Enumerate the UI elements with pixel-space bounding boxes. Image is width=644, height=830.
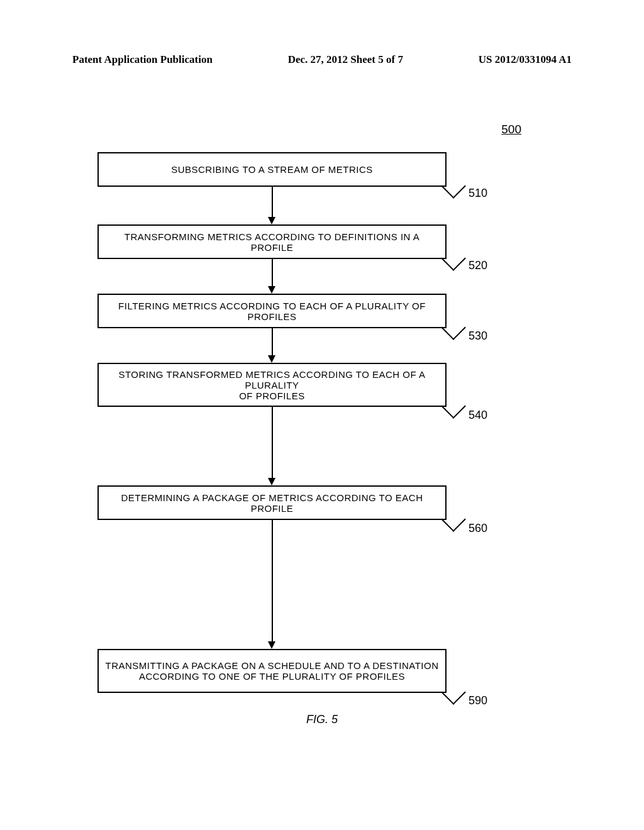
- flowchart-step-530: FILTERING METRICS ACCORDING TO EACH OF A…: [97, 294, 447, 328]
- flowchart-step-590: TRANSMITTING A PACKAGE ON A SCHEDULE AND…: [97, 649, 447, 693]
- figure-number: 500: [501, 123, 521, 136]
- reference-number: 560: [469, 522, 487, 535]
- step-text-line1: STORING TRANSFORMED METRICS ACCORDING TO…: [104, 369, 440, 390]
- step-text-line2: ACCORDING TO ONE OF THE PLURALITY OF PRO…: [139, 671, 405, 682]
- flowchart-step-560: DETERMINING A PACKAGE OF METRICS ACCORDI…: [97, 485, 447, 520]
- arrow-line: [272, 328, 273, 355]
- reference-number: 540: [469, 409, 487, 422]
- flowchart-step-510: SUBSCRIBING TO A STREAM OF METRICS: [97, 152, 447, 187]
- reference-number: 590: [469, 694, 487, 707]
- arrow-line: [272, 187, 273, 217]
- step-text-line2: OF PROFILES: [239, 390, 305, 401]
- step-text: TRANSFORMING METRICS ACCORDING TO DEFINI…: [104, 231, 440, 253]
- arrow-line: [272, 259, 273, 286]
- flowchart-step-520: TRANSFORMING METRICS ACCORDING TO DEFINI…: [97, 224, 447, 259]
- arrow-line: [272, 407, 273, 478]
- arrow-line: [272, 520, 273, 641]
- arrow-head-icon: [268, 478, 275, 485]
- header-date-sheet: Dec. 27, 2012 Sheet 5 of 7: [288, 53, 403, 66]
- arrow-head-icon: [268, 217, 275, 224]
- step-text: DETERMINING A PACKAGE OF METRICS ACCORDI…: [104, 492, 440, 514]
- arrow-head-icon: [268, 641, 275, 649]
- reference-number: 520: [469, 259, 487, 272]
- step-text: SUBSCRIBING TO A STREAM OF METRICS: [171, 164, 373, 175]
- reference-number: 510: [469, 187, 487, 200]
- step-text: FILTERING METRICS ACCORDING TO EACH OF A…: [104, 301, 440, 322]
- arrow-head-icon: [268, 286, 275, 294]
- step-text-line1: TRANSMITTING A PACKAGE ON A SCHEDULE AND…: [105, 660, 438, 671]
- flowchart-step-540: STORING TRANSFORMED METRICS ACCORDING TO…: [97, 363, 447, 407]
- figure-caption: FIG. 5: [0, 713, 644, 726]
- header-pub-number: US 2012/0331094 A1: [479, 53, 572, 66]
- page-header: Patent Application Publication Dec. 27, …: [0, 53, 644, 66]
- header-publication: Patent Application Publication: [72, 53, 213, 66]
- arrow-head-icon: [268, 355, 275, 363]
- reference-number: 530: [469, 329, 487, 343]
